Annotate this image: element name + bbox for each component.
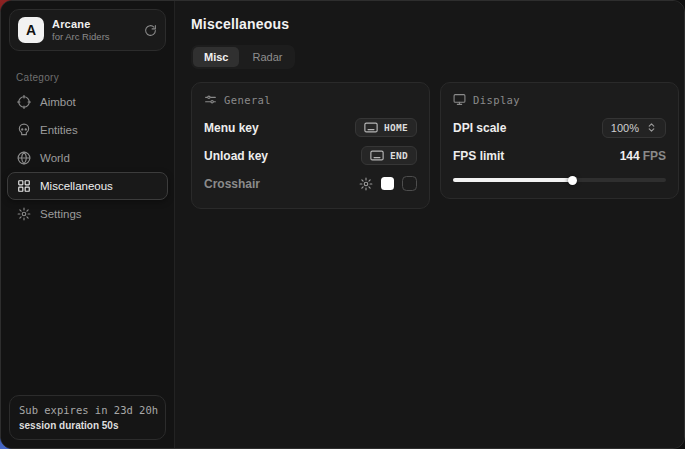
display-card-title: Display [473,94,520,106]
skull-icon [17,123,31,137]
sidebar: A Arcane for Arc Riders Category Aimbot [1,1,175,448]
cards-row: General Menu key HOME Unload key [191,82,679,209]
fps-slider-fill [453,178,572,182]
unload-key-button[interactable]: END [361,146,417,165]
display-card: Display DPI scale 100% FPS limit [440,82,679,199]
menu-key-row: Menu key HOME [204,115,417,140]
session-duration-text: session duration 50s [19,420,156,431]
globe-icon [17,151,31,165]
sidebar-spacer [1,228,174,387]
general-card: General Menu key HOME Unload key [191,82,430,209]
refresh-icon[interactable] [144,24,157,37]
sidebar-item-entities[interactable]: Entities [7,116,168,144]
sidebar-item-miscellaneous[interactable]: Miscellaneous [7,172,168,200]
fps-limit-value: 144FPS [620,149,666,163]
sidebar-item-label: Aimbot [40,96,76,108]
fps-slider-thumb[interactable] [568,176,577,185]
keyboard-icon [364,122,378,133]
crosshair-icon [17,95,31,109]
app-logo: A [18,17,44,43]
crosshair-controls [359,176,417,191]
crosshair-checkbox[interactable] [402,176,417,191]
menu-key-button[interactable]: HOME [355,118,417,137]
tab-radar[interactable]: Radar [241,47,293,67]
sidebar-nav: Aimbot Entities World [1,88,174,228]
category-label: Category [16,72,174,83]
page-title: Miscellaneous [191,16,679,32]
unload-key-label: Unload key [204,149,268,163]
fps-limit-row: FPS limit 144FPS [453,143,666,168]
dpi-scale-value: 100% [611,122,639,134]
sidebar-item-aimbot[interactable]: Aimbot [7,88,168,116]
sidebar-item-world[interactable]: World [7,144,168,172]
menu-key-label: Menu key [204,121,259,135]
sliders-icon [204,93,217,106]
general-card-header: General [204,93,417,106]
keyboard-icon [370,150,384,161]
unload-key-row: Unload key END [204,143,417,168]
sidebar-item-label: Entities [40,124,78,136]
crosshair-row: Crosshair [204,171,417,196]
dpi-scale-row: DPI scale 100% [453,115,666,140]
brand-text: Arcane for Arc Riders [52,18,136,42]
unload-key-value: END [390,150,408,161]
tab-misc[interactable]: Misc [193,47,239,67]
crosshair-color-swatch[interactable] [381,177,394,190]
grid-icon [17,179,31,193]
brand-card: A Arcane for Arc Riders [9,9,166,51]
main-content: Miscellaneous Misc Radar General [175,1,685,448]
fps-limit-label: FPS limit [453,149,504,163]
chevrons-up-down-icon [646,122,657,133]
dpi-scale-label: DPI scale [453,121,506,135]
menu-key-value: HOME [384,122,408,133]
app-window: A Arcane for Arc Riders Category Aimbot [0,0,685,449]
fps-slider[interactable] [453,174,666,186]
gear-icon [17,207,31,221]
subscription-card: Sub expires in 23d 20h session duration … [9,395,166,440]
sidebar-item-label: Settings [40,208,82,220]
general-card-title: General [224,94,271,106]
sidebar-item-settings[interactable]: Settings [7,200,168,228]
crosshair-label: Crosshair [204,177,260,191]
app-subtitle: for Arc Riders [52,31,136,42]
dpi-scale-select[interactable]: 100% [602,118,666,138]
monitor-icon [453,93,466,106]
display-card-header: Display [453,93,666,106]
sub-expiry-text: Sub expires in 23d 20h [19,404,156,416]
crosshair-settings-gear-icon[interactable] [359,177,373,191]
app-title: Arcane [52,18,136,30]
sidebar-item-label: World [40,152,70,164]
tab-bar: Misc Radar [191,45,295,69]
sidebar-item-label: Miscellaneous [40,180,113,192]
